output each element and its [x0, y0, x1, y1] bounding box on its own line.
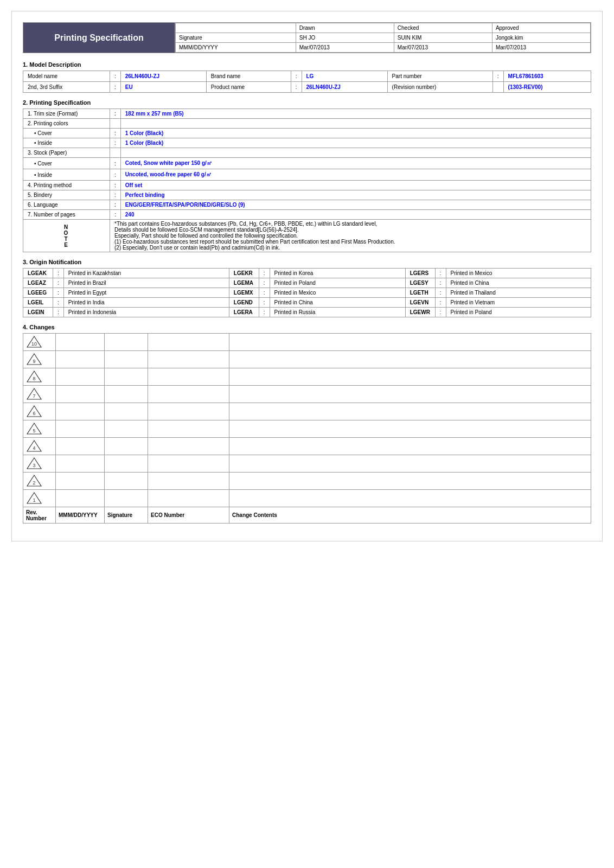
- spec-item-row: • Inside : 1 Color (Black): [23, 138, 591, 148]
- change-date: [56, 351, 105, 368]
- change-signature: [105, 403, 148, 420]
- spec-item-row: 4. Printing method : Off set: [23, 181, 591, 190]
- origin-code: LGEKR: [229, 269, 259, 278]
- change-date: [56, 368, 105, 386]
- checked-header: Checked: [394, 23, 492, 33]
- change-date: [56, 455, 105, 473]
- spec-item-colon: [110, 148, 121, 158]
- approved-signature: Jongok.kim: [492, 33, 590, 43]
- change-contents: [229, 351, 591, 368]
- spec-item-value: Off set: [120, 181, 591, 190]
- revision-label: (Revision number): [387, 82, 493, 93]
- svg-text:9: 9: [33, 359, 35, 364]
- origin-code: LGEWR: [405, 308, 435, 317]
- change-contents: [229, 368, 591, 386]
- change-signature: [105, 386, 148, 403]
- spec-item-label: 6. Language: [23, 200, 110, 210]
- change-date: [56, 473, 105, 490]
- spec-item-label: 7. Number of pages: [23, 210, 110, 220]
- change-eco-number: [148, 490, 229, 507]
- origin-description: Printed in Mexico: [270, 288, 405, 298]
- changes-row: 5: [23, 420, 591, 438]
- change-contents: [229, 490, 591, 507]
- approved-date: Mar/07/2013: [492, 43, 590, 53]
- origin-colon: :: [435, 298, 446, 308]
- revision-triangle-icon: 2: [26, 474, 42, 487]
- spec-item-value: 1 Color (Black): [120, 138, 591, 148]
- spec-item-colon: :: [110, 138, 121, 148]
- origin-description: Printed in Poland: [446, 308, 591, 317]
- header-label-empty: [176, 23, 296, 33]
- change-eco-number: [148, 403, 229, 420]
- origin-description: Printed in Korea: [270, 269, 405, 278]
- change-contents: [229, 420, 591, 438]
- note-line: (2) Especially, Don't use or contain lea…: [114, 245, 586, 251]
- brand-name-value: LG: [302, 71, 387, 82]
- changes-row: 10: [23, 334, 591, 351]
- origin-code: LGEIL: [23, 298, 53, 308]
- change-signature: [105, 351, 148, 368]
- spec-notes: NOTE*This part contains Eco-hazardous su…: [23, 220, 591, 252]
- spec-item-label: • Cover: [23, 158, 110, 169]
- changes-row: 8: [23, 368, 591, 386]
- revision-number-cell: 10: [23, 334, 56, 351]
- spec-item-row: 1. Trim size (Format) : 182 mm x 257 mm …: [23, 109, 591, 119]
- section4-header: 4. Changes: [23, 324, 591, 330]
- change-signature: [105, 368, 148, 386]
- origin-description: Printed in India: [63, 298, 229, 308]
- changes-row: 1: [23, 490, 591, 507]
- note-content: *This part contains Eco-hazardous substa…: [110, 220, 591, 252]
- product-name-value: 26LN460U-ZJ: [302, 82, 387, 93]
- suffix-value: EU: [120, 82, 206, 93]
- origin-description: Printed in Mexico: [446, 269, 591, 278]
- origin-colon: :: [53, 298, 64, 308]
- origin-description: Printed in Indonesia: [63, 308, 229, 317]
- svg-text:10: 10: [31, 341, 37, 347]
- origin-colon: :: [53, 288, 64, 298]
- printing-spec-table: 1. Trim size (Format) : 182 mm x 257 mm …: [23, 108, 591, 252]
- origin-code: LGEMA: [229, 278, 259, 288]
- spec-item-label: 2. Printing colors: [23, 119, 110, 129]
- part-number-value: MFL67861603: [503, 71, 591, 82]
- note-line: (1) Eco-hazardous substances test report…: [114, 239, 586, 245]
- change-contents: [229, 403, 591, 420]
- origin-code: LGERS: [405, 269, 435, 278]
- colon2: :: [291, 71, 302, 82]
- origin-colon: :: [53, 269, 64, 278]
- svg-text:2: 2: [33, 480, 35, 486]
- colon6: [493, 82, 503, 93]
- footer-rev-number: Rev. Number: [23, 507, 56, 524]
- origin-code: LGEIN: [23, 308, 53, 317]
- change-date: [56, 334, 105, 351]
- origin-description: Printed in Vietnam: [446, 298, 591, 308]
- spec-item-row: 6. Language : ENG/GER/FRE/ITA/SPA/POR/NE…: [23, 200, 591, 210]
- svg-text:5: 5: [33, 428, 35, 433]
- origin-description: Printed in Egypt: [63, 288, 229, 298]
- revision-triangle-icon: 4: [26, 439, 42, 452]
- origin-colon: :: [435, 278, 446, 288]
- change-signature: [105, 420, 148, 438]
- revision-number-cell: 4: [23, 438, 56, 455]
- origin-colon: :: [259, 278, 270, 288]
- change-contents: [229, 438, 591, 455]
- drawn-signature: SH JO: [296, 33, 394, 43]
- origin-code: LGESY: [405, 278, 435, 288]
- origin-colon: :: [259, 308, 270, 317]
- header-table: Printing Specification Drawn Checked App…: [23, 22, 591, 53]
- revision-number-cell: 7: [23, 386, 56, 403]
- spec-item-colon: :: [110, 190, 121, 200]
- spec-item-value: [120, 119, 591, 129]
- changes-rows: 10 9 8 7 6 5 4 3: [23, 334, 591, 507]
- revision-triangle-icon: 10: [26, 335, 42, 348]
- table-row: 2nd, 3rd Suffix : EU Product name : 26LN…: [23, 82, 591, 93]
- colon5: :: [291, 82, 302, 93]
- revision-number-cell: 6: [23, 403, 56, 420]
- spec-item-label: • Cover: [23, 129, 110, 138]
- svg-text:8: 8: [33, 376, 35, 381]
- note-line: Details should be followed Eco-SCM manag…: [114, 227, 586, 233]
- origin-row: LGEEG:Printed in EgyptLGEMX:Printed in M…: [23, 288, 591, 298]
- table-row: Model name : 26LN460U-ZJ Brand name : LG…: [23, 71, 591, 82]
- origin-row: LGEAZ:Printed in BrazilLGEMA:Printed in …: [23, 278, 591, 288]
- change-eco-number: [148, 386, 229, 403]
- spec-item-colon: :: [110, 181, 121, 190]
